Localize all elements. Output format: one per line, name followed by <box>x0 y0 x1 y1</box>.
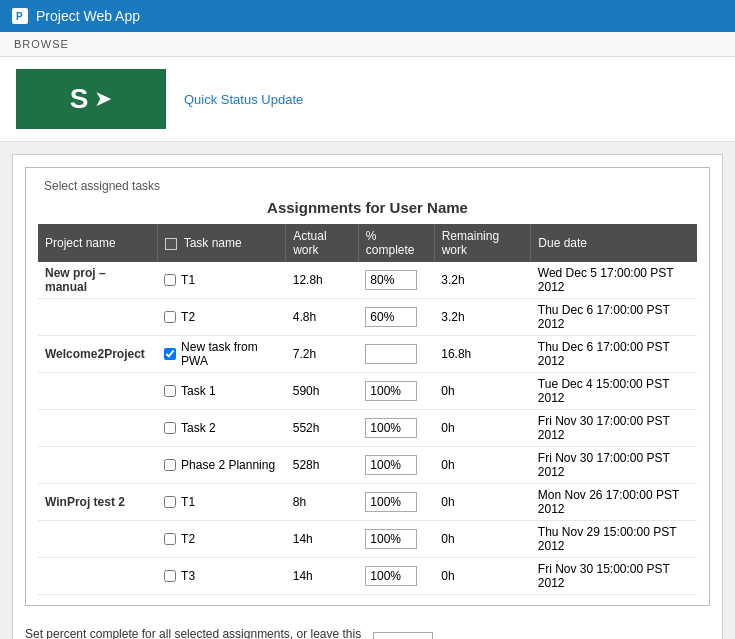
task-checkbox[interactable] <box>164 274 176 286</box>
table-row: Task 2552h0hFri Nov 30 17:00:00 PST 2012 <box>38 410 697 447</box>
task-cell: Phase 2 Planning <box>157 447 286 484</box>
header-checkbox[interactable] <box>165 238 177 250</box>
task-checkbox[interactable] <box>164 422 176 434</box>
percent-complete-cell[interactable] <box>358 262 434 299</box>
svg-text:P: P <box>16 11 23 22</box>
actual-work-cell: 14h <box>286 521 359 558</box>
actual-work-cell: 4.8h <box>286 299 359 336</box>
bottom-section: Set percent complete for all selected as… <box>25 618 710 639</box>
app-title: Project Web App <box>36 8 140 24</box>
col-actual-work: Actual work <box>286 224 359 262</box>
assignments-table: Project name Task name Actual work % com… <box>38 224 697 595</box>
task-checkbox[interactable] <box>164 385 176 397</box>
remaining-work-cell: 0h <box>434 410 531 447</box>
due-date-cell: Fri Nov 30 17:00:00 PST 2012 <box>531 410 697 447</box>
col-project-name: Project name <box>38 224 157 262</box>
remaining-work-cell: 16.8h <box>434 336 531 373</box>
percent-complete-cell[interactable] <box>358 410 434 447</box>
due-date-cell: Thu Nov 29 15:00:00 PST 2012 <box>531 521 697 558</box>
due-date-cell: Fri Nov 30 17:00:00 PST 2012 <box>531 447 697 484</box>
quick-status-link[interactable]: Quick Status Update <box>184 92 303 107</box>
percent-complete-label: Set percent complete for all selected as… <box>25 626 365 639</box>
remaining-work-cell: 3.2h <box>434 299 531 336</box>
percent-complete-cell[interactable] <box>358 373 434 410</box>
sharepoint-logo: S ➤ <box>16 69 166 129</box>
remaining-work-cell: 0h <box>434 484 531 521</box>
task-cell: Task 1 <box>157 373 286 410</box>
col-percent-complete: % complete <box>358 224 434 262</box>
task-checkbox[interactable] <box>164 570 176 582</box>
app-icon: P <box>12 8 28 24</box>
task-cell: New task from PWA <box>157 336 286 373</box>
project-name-cell: WinProj test 2 <box>38 484 157 521</box>
table-row: T214h0hThu Nov 29 15:00:00 PST 2012 <box>38 521 697 558</box>
due-date-cell: Thu Dec 6 17:00:00 PST 2012 <box>531 299 697 336</box>
project-name-cell <box>38 373 157 410</box>
remaining-work-cell: 3.2h <box>434 262 531 299</box>
main-content: Select assigned tasks Assignments for Us… <box>12 154 723 639</box>
actual-work-cell: 14h <box>286 558 359 595</box>
percent-complete-row: Set percent complete for all selected as… <box>25 626 710 639</box>
col-due-date: Due date <box>531 224 697 262</box>
project-name-cell: Welcome2Project <box>38 336 157 373</box>
task-checkbox[interactable] <box>164 348 176 360</box>
task-name-label: New task from PWA <box>181 340 279 368</box>
task-name-label: T2 <box>181 532 195 546</box>
actual-work-cell: 12.8h <box>286 262 359 299</box>
remaining-work-cell: 0h <box>434 521 531 558</box>
table-row: Phase 2 Planning528h0hFri Nov 30 17:00:0… <box>38 447 697 484</box>
actual-work-cell: 552h <box>286 410 359 447</box>
logo-s-letter: S <box>70 83 89 115</box>
due-date-cell: Fri Nov 30 15:00:00 PST 2012 <box>531 558 697 595</box>
project-name-cell <box>38 521 157 558</box>
project-name-cell <box>38 447 157 484</box>
percent-input[interactable] <box>365 307 417 327</box>
due-date-cell: Thu Dec 6 17:00:00 PST 2012 <box>531 336 697 373</box>
percent-complete-cell[interactable] <box>358 558 434 595</box>
percent-complete-cell[interactable] <box>358 521 434 558</box>
due-date-cell: Mon Nov 26 17:00:00 PST 2012 <box>531 484 697 521</box>
actual-work-cell: 8h <box>286 484 359 521</box>
percent-input[interactable] <box>365 492 417 512</box>
percent-input[interactable] <box>365 344 417 364</box>
task-name-label: Task 1 <box>181 384 216 398</box>
percent-complete-input[interactable] <box>373 632 433 639</box>
title-bar: P Project Web App <box>0 0 735 32</box>
percent-complete-cell[interactable] <box>358 447 434 484</box>
percent-input[interactable] <box>365 566 417 586</box>
actual-work-cell: 528h <box>286 447 359 484</box>
table-row: New proj – manualT112.8h3.2hWed Dec 5 17… <box>38 262 697 299</box>
remaining-work-cell: 0h <box>434 558 531 595</box>
assignments-fieldset: Select assigned tasks Assignments for Us… <box>25 167 710 606</box>
table-row: T314h0hFri Nov 30 15:00:00 PST 2012 <box>38 558 697 595</box>
task-cell: Task 2 <box>157 410 286 447</box>
percent-input[interactable] <box>365 270 417 290</box>
project-name-cell <box>38 299 157 336</box>
percent-complete-cell[interactable] <box>358 484 434 521</box>
task-name-label: T3 <box>181 569 195 583</box>
task-checkbox[interactable] <box>164 311 176 323</box>
project-name-cell <box>38 558 157 595</box>
task-checkbox[interactable] <box>164 459 176 471</box>
fieldset-legend: Select assigned tasks <box>38 179 166 193</box>
task-checkbox[interactable] <box>164 496 176 508</box>
percent-complete-cell[interactable] <box>358 336 434 373</box>
task-cell: T2 <box>157 299 286 336</box>
task-name-label: Phase 2 Planning <box>181 458 275 472</box>
col-task-name: Task name <box>157 224 286 262</box>
due-date-cell: Wed Dec 5 17:00:00 PST 2012 <box>531 262 697 299</box>
table-row: WinProj test 2T18h0hMon Nov 26 17:00:00 … <box>38 484 697 521</box>
actual-work-cell: 7.2h <box>286 336 359 373</box>
task-name-label: T2 <box>181 310 195 324</box>
percent-input[interactable] <box>365 529 417 549</box>
task-cell: T1 <box>157 484 286 521</box>
header-section: S ➤ Quick Status Update <box>0 57 735 142</box>
percent-complete-cell[interactable] <box>358 299 434 336</box>
percent-input[interactable] <box>365 455 417 475</box>
percent-input[interactable] <box>365 418 417 438</box>
percent-input[interactable] <box>365 381 417 401</box>
due-date-cell: Tue Dec 4 15:00:00 PST 2012 <box>531 373 697 410</box>
task-cell: T2 <box>157 521 286 558</box>
task-checkbox[interactable] <box>164 533 176 545</box>
remaining-work-cell: 0h <box>434 373 531 410</box>
